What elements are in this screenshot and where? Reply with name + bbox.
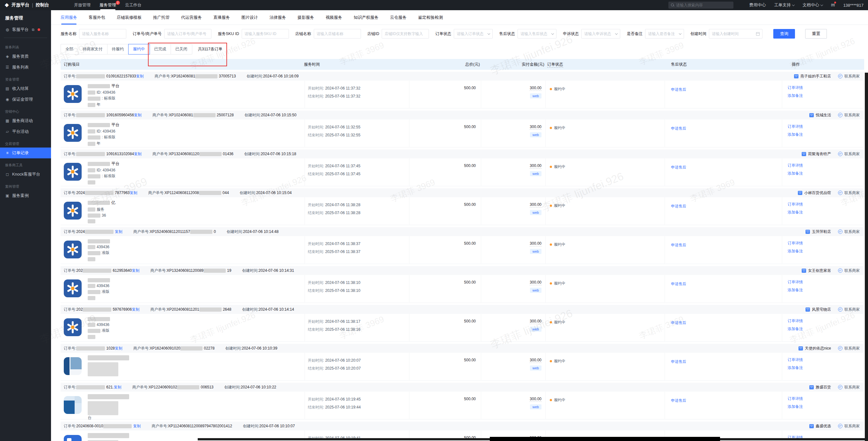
shop-link[interactable]: 悦城生活: [809, 112, 831, 118]
sidebar-item-订单记录[interactable]: ≡订单记录: [0, 147, 51, 158]
tab-店铺装修模板[interactable]: 店铺装修模板: [117, 10, 142, 25]
filter-select-申诉状态[interactable]: 请输入申诉状态: [581, 29, 620, 39]
filter-input-店铺ID[interactable]: [382, 29, 429, 39]
sidebar-item-客服平台[interactable]: ◍客服平台⧉: [0, 24, 51, 35]
tab-直播服务[interactable]: 直播服务: [213, 10, 230, 25]
user-phone[interactable]: 138****817: [843, 3, 864, 8]
apply-aftersale-link[interactable]: 申请售后: [671, 243, 686, 247]
apply-aftersale-link[interactable]: 申请售后: [671, 360, 686, 364]
search-input[interactable]: [676, 3, 727, 7]
copy-link[interactable]: 复制: [133, 423, 141, 429]
tab-代运营服务[interactable]: 代运营服务: [181, 10, 202, 25]
tab-鉴定检验检测[interactable]: 鉴定检验检测: [418, 10, 443, 25]
shop-link[interactable]: 女王创意家居: [802, 268, 831, 273]
topbar-link-费用中心[interactable]: 费用中心: [749, 2, 766, 8]
tab-摄影服务[interactable]: 摄影服务: [298, 10, 314, 25]
shop-link[interactable]: 荷聚海青特产: [802, 151, 831, 157]
add-remark-link[interactable]: 添加备注: [788, 404, 803, 409]
status-tab-待履约[interactable]: 待履约: [107, 44, 129, 55]
add-remark-link[interactable]: 添加备注: [788, 287, 803, 293]
tab-云仓服务[interactable]: 云仓服务: [390, 10, 407, 25]
copy-link[interactable]: 复制: [115, 229, 122, 235]
contact-merchant-link[interactable]: 联系商家: [838, 74, 860, 79]
apply-aftersale-link[interactable]: 申请售后: [671, 398, 686, 403]
sidebar-item-Knock客服平台[interactable]: ◻Knock客服平台: [0, 169, 51, 180]
filter-input-店铺名称[interactable]: [314, 29, 361, 39]
apply-aftersale-link[interactable]: 申请售后: [671, 87, 686, 92]
sidebar-item-服务列表[interactable]: ☰服务列表: [0, 62, 51, 73]
order-detail-link[interactable]: 订单详情: [788, 279, 803, 285]
copy-link[interactable]: 复制: [114, 384, 122, 390]
apply-aftersale-link[interactable]: 申请售后: [671, 320, 686, 325]
add-remark-link[interactable]: 添加备注: [788, 132, 803, 137]
order-detail-link[interactable]: 订单详情: [788, 85, 803, 91]
shop-link[interactable]: 燕子姐的手工鞋店: [794, 74, 831, 79]
copy-link[interactable]: 复制: [134, 151, 142, 157]
topbar-link-工单支持[interactable]: 工单支持: [774, 2, 794, 8]
order-detail-link[interactable]: 订单详情: [788, 202, 803, 207]
contact-merchant-link[interactable]: 联系商家: [838, 151, 860, 157]
filter-select-是否备注[interactable]: 请输入是否备注: [645, 29, 684, 39]
apply-aftersale-link[interactable]: 申请售后: [671, 165, 686, 170]
apply-aftersale-link[interactable]: 申请售后: [671, 204, 686, 208]
topbar-link-文档中心[interactable]: 文档中心: [803, 2, 823, 8]
add-remark-link[interactable]: 添加备注: [788, 326, 803, 332]
copy-link[interactable]: 复制: [130, 190, 137, 196]
order-detail-link[interactable]: 订单详情: [788, 124, 803, 129]
contact-merchant-link[interactable]: 联系商家: [838, 384, 860, 390]
filter-select-售后状态[interactable]: 请输入售后状态: [518, 29, 556, 39]
copy-link[interactable]: 复制: [132, 268, 140, 273]
top-menu-服务管理[interactable]: 服务管理2: [95, 0, 121, 10]
tab-应用服务[interactable]: 应用服务: [61, 10, 77, 25]
top-menu-开放管理[interactable]: 开放管理: [69, 0, 95, 10]
contact-merchant-link[interactable]: 联系商家: [838, 229, 860, 235]
apply-aftersale-link[interactable]: 申请售后: [671, 282, 686, 286]
order-detail-link[interactable]: 订单详情: [788, 396, 803, 402]
add-remark-link[interactable]: 添加备注: [788, 93, 803, 98]
order-detail-link[interactable]: 订单详情: [788, 241, 803, 246]
contact-merchant-link[interactable]: 联系商家: [838, 190, 860, 196]
shop-link[interactable]: 风景宅物店: [806, 307, 831, 312]
add-remark-link[interactable]: 添加备注: [788, 248, 803, 254]
add-remark-link[interactable]: 添加备注: [788, 210, 803, 215]
shop-link[interactable]: 小林百货优品馆: [798, 190, 831, 196]
copy-link[interactable]: 复制: [134, 112, 142, 118]
tab-推广托管[interactable]: 推广托管: [153, 10, 169, 25]
order-detail-link[interactable]: 订单详情: [788, 357, 803, 363]
order-detail-link[interactable]: 订单详情: [788, 318, 803, 324]
contact-merchant-link[interactable]: 联系商家: [838, 268, 860, 273]
sidebar-item-服务资质[interactable]: ◈服务资质: [0, 51, 51, 62]
filter-input-服务名称[interactable]: [79, 29, 126, 39]
mail-icon[interactable]: ✉: [831, 2, 835, 8]
shop-link[interactable]: 天使的依恋nice: [799, 346, 831, 351]
add-remark-link[interactable]: 添加备注: [788, 171, 803, 176]
tab-法律服务[interactable]: 法律服务: [270, 10, 286, 25]
sidebar-item-保证金管理[interactable]: ◉保证金管理: [0, 94, 51, 105]
copy-link[interactable]: 复制: [115, 346, 122, 351]
apply-aftersale-link[interactable]: 申请售后: [671, 126, 686, 131]
status-tab-履约中[interactable]: 履约中: [128, 44, 150, 55]
status-tab-待商家支付[interactable]: 待商家支付: [78, 44, 107, 55]
filter-input-订单号/商户单号[interactable]: [164, 29, 211, 39]
vertical-scrollbar[interactable]: [865, 73, 868, 441]
tab-图片设计[interactable]: 图片设计: [241, 10, 258, 25]
sidebar-item-收入结算[interactable]: ▤收入结算: [0, 83, 51, 94]
copy-link[interactable]: 复制: [132, 307, 140, 312]
sidebar-item-服务案例[interactable]: ▣服务案例: [0, 190, 51, 201]
tab-知识产权服务[interactable]: 知识产权服务: [354, 10, 378, 25]
sidebar-item-服务商活动[interactable]: ▦服务商活动: [0, 115, 51, 126]
filter-input-服务SKU ID[interactable]: [242, 29, 289, 39]
shop-link[interactable]: 鑫盛优选: [809, 423, 831, 429]
global-search[interactable]: [669, 2, 734, 9]
horizontal-scrollbar-thumb[interactable]: [490, 437, 720, 441]
status-tab-全部[interactable]: 全部: [61, 44, 78, 55]
filter-date-创建时间[interactable]: 请输入创建时间: [709, 29, 763, 39]
tab-视频服务[interactable]: 视频服务: [326, 10, 342, 25]
contact-merchant-link[interactable]: 联系商家: [838, 346, 860, 351]
top-menu-云工作台[interactable]: 云工作台: [121, 0, 146, 10]
contact-merchant-link[interactable]: 联系商家: [838, 307, 860, 312]
shop-link[interactable]: 雅盛百货: [809, 384, 831, 390]
filter-select-订单状态[interactable]: 请输入订单状态: [454, 29, 493, 39]
order-detail-link[interactable]: 订单详情: [788, 163, 803, 168]
contact-merchant-link[interactable]: 联系商家: [838, 112, 860, 118]
